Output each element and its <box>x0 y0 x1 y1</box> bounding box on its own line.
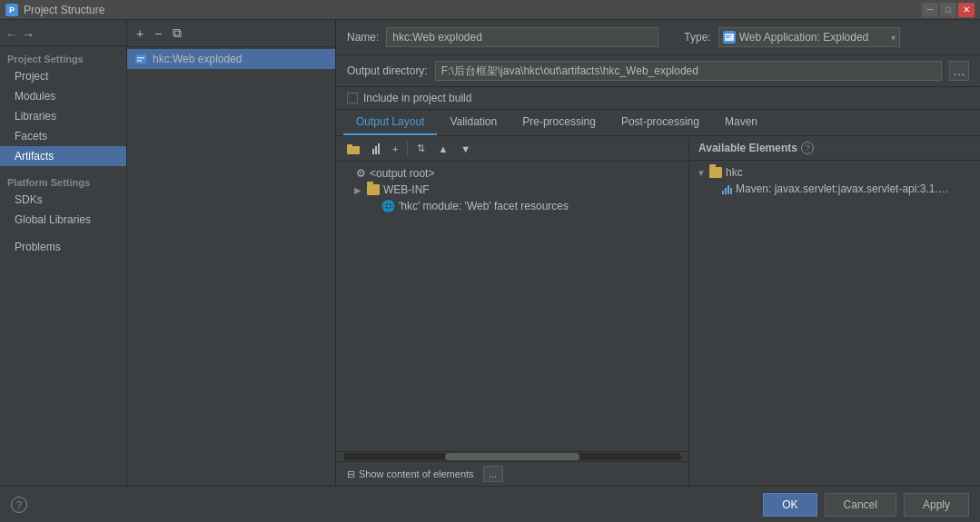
horizontal-scrollbar[interactable] <box>336 453 688 462</box>
avail-node-maven-servlet[interactable]: Maven: javax.servlet:javax.servlet-api:3… <box>689 181 980 197</box>
svg-rect-7 <box>347 144 352 147</box>
toolbar-separator <box>407 142 408 156</box>
maximize-button[interactable]: □ <box>940 3 956 17</box>
avail-node-hkc[interactable]: ▼ hkc <box>689 164 980 181</box>
available-header: Available Elements ? <box>689 136 980 161</box>
maven-bar-icon <box>722 183 732 194</box>
scrollbar-thumb <box>445 453 580 460</box>
avail-folder-icon-hkc <box>709 167 722 178</box>
show-content-row: ⊟ Show content of elements ... <box>336 462 688 486</box>
window-title: Project Structure <box>24 4 104 16</box>
tree-content: ⚙ <output root> ▶ WEB-INF 🌐 'hkc' module… <box>336 162 688 451</box>
available-help-icon[interactable]: ? <box>801 142 814 154</box>
available-elements-area: Available Elements ? ▼ hkc <box>689 136 980 486</box>
tab-validation[interactable]: Validation <box>437 110 510 135</box>
sidebar-item-artifacts[interactable]: Artifacts <box>0 146 126 166</box>
expand-icon-web-inf: ▶ <box>354 185 363 195</box>
svg-rect-0 <box>135 54 146 64</box>
forward-arrow[interactable]: → <box>22 27 35 42</box>
artifact-list: hkc:Web exploded <box>127 47 335 486</box>
sidebar-item-facets[interactable]: Facets <box>0 126 126 146</box>
content-panel: Name: Type: Web Application: Exploded ▾ … <box>336 20 980 486</box>
svg-rect-2 <box>137 60 142 62</box>
close-button[interactable]: ✕ <box>958 3 975 17</box>
tree-toolbar-folder-btn[interactable] <box>342 141 365 157</box>
back-arrow[interactable]: ← <box>5 27 18 42</box>
tree-node-hkc-label: 'hkc' module: 'Web' facet resources <box>399 200 569 212</box>
sidebar-item-sdks[interactable]: SDKs <box>0 190 126 210</box>
tree-node-web-inf[interactable]: ▶ WEB-INF <box>336 182 688 198</box>
show-content-ellipsis-button[interactable]: ... <box>483 466 503 482</box>
tab-maven[interactable]: Maven <box>712 110 770 135</box>
svg-rect-1 <box>137 57 144 59</box>
remove-artifact-button[interactable]: − <box>151 25 165 43</box>
ok-button[interactable]: OK <box>763 493 817 517</box>
add-artifact-button[interactable]: + <box>133 25 147 43</box>
minimize-button[interactable]: ─ <box>922 3 938 17</box>
tab-post-processing[interactable]: Post-processing <box>609 110 712 135</box>
bottom-bar: ⊟ Show content of elements ... <box>336 451 688 486</box>
footer-help-icon[interactable]: ? <box>11 497 27 513</box>
avail-node-hkc-label: hkc <box>726 166 743 179</box>
available-tree: ▼ hkc Maven: javax.servlet:java <box>689 161 980 486</box>
footer: ? OK Cancel Apply <box>0 486 980 522</box>
artifact-web-icon <box>134 53 147 65</box>
sidebar-nav: ← → <box>0 24 126 46</box>
available-title: Available Elements <box>698 142 797 154</box>
name-input[interactable] <box>386 27 658 47</box>
sidebar-item-project[interactable]: Project <box>0 66 126 86</box>
tree-node-hkc-module[interactable]: 🌐 'hkc' module: 'Web' facet resources <box>336 198 688 214</box>
footer-right: OK Cancel Apply <box>763 493 969 517</box>
tree-node-output-root[interactable]: ⚙ <output root> <box>336 165 688 182</box>
browse-button[interactable]: … <box>949 61 969 81</box>
content-split: + ⇅ ▲ ▼ ⚙ <output root> ▶ <box>336 136 980 486</box>
tabs-bar: Output Layout Validation Pre-processing … <box>336 110 980 136</box>
include-build-checkbox[interactable] <box>347 93 358 103</box>
artifact-list-toolbar: + − ⧉ <box>127 20 335 47</box>
web-facet-icon: 🌐 <box>381 200 395 212</box>
artifact-item-hkc-web-exploded[interactable]: hkc:Web exploded <box>127 49 335 69</box>
show-content-button[interactable]: ⊟ Show content of elements <box>343 467 478 482</box>
name-type-row: Name: Type: Web Application: Exploded ▾ <box>336 20 980 55</box>
artifact-list-panel: + − ⧉ hkc:Web exploded <box>127 20 336 486</box>
type-web-icon <box>723 31 736 44</box>
output-dir-label: Output directory: <box>347 64 428 77</box>
type-dropdown-arrow: ▾ <box>891 33 896 43</box>
scrollbar-track <box>343 453 681 460</box>
platform-settings-label: Platform Settings <box>0 173 126 190</box>
title-bar: P Project Structure ─ □ ✕ <box>0 0 980 20</box>
sidebar-item-modules[interactable]: Modules <box>0 86 126 106</box>
tree-toolbar-bar-btn[interactable] <box>367 141 385 157</box>
type-value: Web Application: Exploded <box>739 31 887 44</box>
type-select[interactable]: Web Application: Exploded ▾ <box>718 27 900 47</box>
show-content-icon: ⊟ <box>347 468 355 480</box>
tree-toolbar-sort-btn[interactable]: ⇅ <box>411 140 431 157</box>
sidebar-item-libraries[interactable]: Libraries <box>0 106 126 126</box>
svg-rect-5 <box>726 37 729 38</box>
tree-node-label: <output root> <box>370 167 434 180</box>
tab-pre-processing[interactable]: Pre-processing <box>510 110 609 135</box>
gear-icon: ⚙ <box>356 167 366 180</box>
window-controls: ─ □ ✕ <box>922 3 975 17</box>
folder-icon-web-inf <box>367 184 380 195</box>
artifact-item-label: hkc:Web exploded <box>153 53 243 65</box>
svg-rect-6 <box>347 146 360 154</box>
sidebar-item-global-libraries[interactable]: Global Libraries <box>0 210 126 230</box>
show-content-label: Show content of elements <box>359 468 474 479</box>
avail-node-maven-label: Maven: javax.servlet:javax.servlet-api:3… <box>736 182 954 195</box>
copy-artifact-button[interactable]: ⧉ <box>169 24 185 43</box>
output-dir-input[interactable] <box>435 61 942 81</box>
cancel-button[interactable]: Cancel <box>825 493 896 517</box>
tree-area: + ⇅ ▲ ▼ ⚙ <output root> ▶ <box>336 136 689 486</box>
tree-toolbar-up-btn[interactable]: ▲ <box>432 141 453 157</box>
output-dir-row: Output directory: … <box>336 55 980 87</box>
app-icon: P <box>5 4 18 16</box>
tab-output-layout[interactable]: Output Layout <box>343 110 437 135</box>
tree-toolbar-add-btn[interactable]: + <box>387 141 403 157</box>
name-label: Name: <box>347 31 379 44</box>
include-build-row: Include in project build <box>336 87 980 110</box>
tree-toolbar-down-btn[interactable]: ▼ <box>455 141 476 157</box>
apply-button[interactable]: Apply <box>904 493 969 517</box>
main-container: ← → Project Settings Project Modules Lib… <box>0 20 980 486</box>
sidebar-item-problems[interactable]: Problems <box>0 237 126 257</box>
